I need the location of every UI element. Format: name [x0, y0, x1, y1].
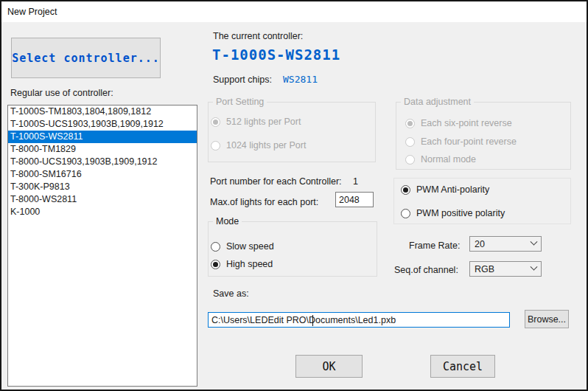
list-item[interactable]: T-1000S-TM1803,1804,1809,1812 — [8, 105, 197, 118]
seq-channel-label: Seq.of channel: — [394, 265, 458, 275]
port-number-label: Port number for each Controller: — [210, 176, 342, 187]
chevron-down-icon — [531, 238, 538, 246]
save-as-label: Save as: — [213, 288, 249, 299]
radio-icon — [211, 141, 220, 150]
save-path-input[interactable]: C:\Users\LEDEdit PRO\Documents\Led1.pxb — [208, 312, 510, 328]
max-lights-label: Max.of lights for each port: — [210, 197, 318, 207]
ok-label: OK — [322, 360, 335, 373]
list-item[interactable]: T-1000S-WS2811 — [8, 131, 197, 143]
radio-label: Each four-point reverse — [421, 136, 517, 147]
cancel-label: Cancel — [443, 360, 483, 373]
radio-icon — [401, 209, 410, 218]
list-item[interactable]: T-8000-TM1829 — [8, 143, 197, 156]
cancel-button[interactable]: Cancel — [430, 355, 495, 378]
data-adjustment-group: Data adjustment Each six-point reverse E… — [396, 102, 571, 170]
seq-channel-value: RGB — [475, 264, 494, 274]
browse-label: Browse... — [528, 314, 566, 325]
radio-label: Slow speed — [226, 241, 274, 252]
frame-rate-value: 20 — [475, 239, 485, 249]
frame-rate-label: Frame Rate: — [409, 241, 460, 251]
title-bar[interactable]: New Project — [1, 1, 587, 22]
radio-label: PWM Anti-polarity — [416, 184, 489, 195]
controller-list-label: Regular use of controller: — [10, 88, 113, 98]
radio-label: 512 lights per Port — [226, 117, 301, 127]
list-item[interactable]: T-300K-P9813 — [8, 181, 197, 193]
window-title: New Project — [7, 7, 57, 17]
radio-icon — [401, 185, 410, 195]
list-item[interactable]: K-1000 — [8, 206, 197, 218]
save-path-value: C:\Users\LEDEdit PRO\Documents\Led1.pxb — [211, 315, 396, 325]
ok-button[interactable]: OK — [295, 355, 363, 378]
radio-pwm-anti-polarity[interactable]: PWM Anti-polarity — [401, 184, 489, 195]
list-item[interactable]: T-8000-UCS1903,1903B,1909,1912 — [8, 156, 197, 168]
radio-1024-lights: 1024 lights per Port — [211, 140, 306, 150]
radio-icon — [211, 260, 220, 269]
support-chips-value: WS2811 — [283, 74, 318, 85]
radio-label: High speed — [226, 259, 273, 269]
radio-512-lights: 512 lights per Port — [211, 117, 301, 127]
text-caret — [312, 315, 313, 326]
radio-icon — [405, 119, 415, 128]
radio-label: 1024 lights per Port — [226, 140, 306, 150]
seq-channel-select[interactable]: RGB — [469, 261, 542, 277]
radio-four-point-reverse: Each four-point reverse — [405, 136, 517, 147]
radio-icon — [405, 155, 415, 165]
select-controller-label: Select controller... — [12, 52, 160, 65]
radio-icon — [405, 137, 415, 147]
radio-high-speed[interactable]: High speed — [211, 259, 273, 269]
group-title: Data adjustment — [401, 97, 474, 107]
group-title: Port Setting — [213, 97, 267, 107]
list-item[interactable]: T-8000-WS2811 — [8, 193, 197, 206]
radio-slow-speed[interactable]: Slow speed — [211, 241, 274, 252]
list-item[interactable]: T-1000S-UCS1903,1903B,1909,1912 — [8, 118, 197, 131]
mode-group: Mode Slow speed High speed — [208, 221, 377, 277]
radio-label: Normal mode — [421, 154, 476, 165]
radio-six-point-reverse: Each six-point reverse — [405, 118, 512, 128]
dialog-new-project: New Project Select controller... Regular… — [0, 0, 588, 391]
port-number-value: 1 — [353, 176, 358, 187]
radio-label: Each six-point reverse — [421, 118, 512, 128]
radio-normal-mode: Normal mode — [405, 154, 476, 165]
browse-button[interactable]: Browse... — [525, 310, 569, 328]
group-title: Mode — [213, 216, 242, 226]
max-lights-value: 2048 — [339, 195, 360, 205]
support-chips-label: Support chips: — [213, 75, 272, 85]
chevron-down-icon — [531, 263, 538, 271]
list-item[interactable]: T-8000-SM16716 — [8, 168, 197, 181]
current-controller-value: T-1000S-WS2811 — [212, 46, 340, 63]
pwm-group: PWM Anti-polarity PWM positive polarity — [393, 178, 571, 224]
radio-icon — [211, 242, 220, 252]
frame-rate-select[interactable]: 20 — [469, 236, 542, 252]
port-setting-group: Port Setting 512 lights per Port 1024 li… — [208, 102, 376, 162]
select-controller-button[interactable]: Select controller... — [11, 38, 161, 78]
radio-icon — [211, 117, 220, 127]
max-lights-input[interactable]: 2048 — [335, 192, 374, 207]
radio-label: PWM positive polarity — [416, 208, 505, 218]
radio-pwm-positive-polarity[interactable]: PWM positive polarity — [401, 208, 505, 218]
current-controller-label: The current controller: — [213, 31, 303, 41]
controller-list[interactable]: T-1000S-TM1803,1804,1809,1812T-1000S-UCS… — [7, 105, 197, 387]
